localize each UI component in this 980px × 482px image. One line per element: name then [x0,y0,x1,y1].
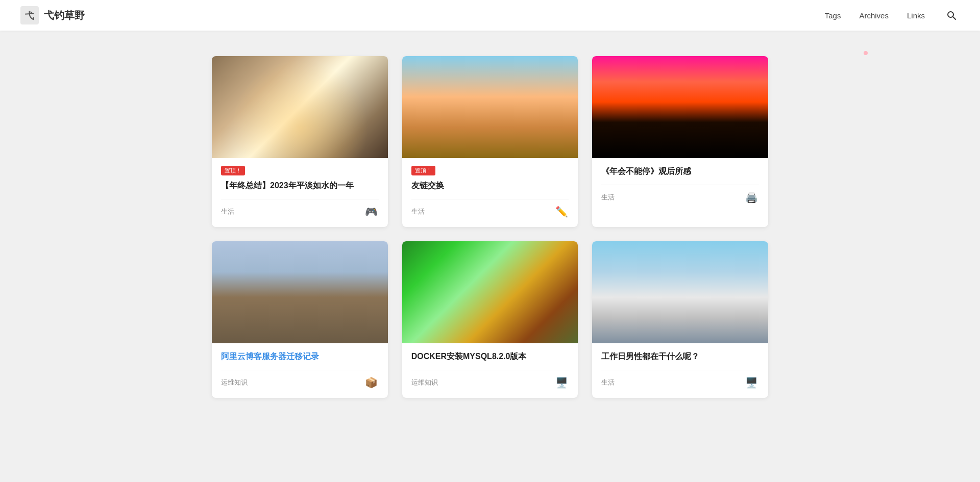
card-category: 生活 [411,207,425,216]
nav-archives-link[interactable]: Archives [859,11,889,20]
card-footer: 运维知识 🖥️ [411,370,569,390]
card-title-text: 《年会不能停》观后所感 [601,167,691,175]
card-icon: 🎮 [364,205,379,219]
card-5[interactable]: DOCKER安装MYSQL8.2.0版本 运维知识 🖥️ [402,241,578,398]
card-category: 运维知识 [411,378,438,387]
brand-name: 弋钓草野 [44,9,85,22]
main-content: 置顶！ 【年终总结】2023年平淡如水的一年 生活 🎮 置顶！ 友链交换 生活 … [202,31,778,428]
card-tag: 置顶！ [411,166,435,175]
card-tag: 置顶！ [221,166,245,175]
card-title-text: DOCKER安装MYSQL8.2.0版本 [411,352,527,361]
navbar-links: Tags Archives Links [825,7,960,23]
card-footer: 生活 🖥️ [601,370,759,390]
navbar: 弋 弋钓草野 Tags Archives Links [0,0,980,31]
card-title-text: 【年终总结】2023年平淡如水的一年 [221,181,354,190]
card-footer: 生活 ✏️ [411,199,569,219]
card-icon: ✏️ [554,205,569,219]
card-category: 运维知识 [221,378,248,387]
card-title-text: 友链交换 [411,181,444,190]
nav-links-link[interactable]: Links [907,11,925,20]
brand-link[interactable]: 弋 弋钓草野 [20,6,85,24]
card-title: 友链交换 [411,180,569,192]
search-button[interactable] [943,7,960,23]
card-icon: 📦 [364,375,379,390]
card-icon: 🖥️ [554,375,569,390]
card-title: DOCKER安装MYSQL8.2.0版本 [411,350,569,363]
card-body: 阿里云博客服务器迁移记录 运维知识 📦 [212,343,388,398]
decorative-dot [864,51,868,55]
card-title: 工作日男性都在干什么呢？ [601,350,759,363]
svg-text:弋: 弋 [25,11,34,21]
card-body: DOCKER安装MYSQL8.2.0版本 运维知识 🖥️ [402,343,578,398]
card-category: 生活 [601,378,615,387]
nav-tags-link[interactable]: Tags [825,11,841,20]
card-icon: 🖨️ [745,190,759,205]
card-body: 《年会不能停》观后所感 生活 🖨️ [592,158,768,213]
card-body: 置顶！ 友链交换 生活 ✏️ [402,158,578,227]
card-image [212,241,388,343]
card-title: 【年终总结】2023年平淡如水的一年 [221,180,379,192]
card-footer: 运维知识 📦 [221,370,379,390]
card-title-text: 工作日男性都在干什么呢？ [601,352,699,361]
card-3[interactable]: 《年会不能停》观后所感 生活 🖨️ [592,56,768,227]
card-footer: 生活 🎮 [221,199,379,219]
card-category: 生活 [601,193,615,202]
card-title: 《年会不能停》观后所感 [601,165,759,177]
svg-line-3 [953,17,955,19]
card-image [402,56,578,158]
card-image [592,56,768,158]
card-title: 阿里云博客服务器迁移记录 [221,350,379,363]
card-4[interactable]: 阿里云博客服务器迁移记录 运维知识 📦 [212,241,388,398]
card-image [592,241,768,343]
card-title-link[interactable]: 阿里云博客服务器迁移记录 [221,352,319,361]
card-6[interactable]: 工作日男性都在干什么呢？ 生活 🖥️ [592,241,768,398]
card-2[interactable]: 置顶！ 友链交换 生活 ✏️ [402,56,578,227]
card-category: 生活 [221,207,234,216]
card-footer: 生活 🖨️ [601,185,759,205]
card-1[interactable]: 置顶！ 【年终总结】2023年平淡如水的一年 生活 🎮 [212,56,388,227]
card-grid: 置顶！ 【年终总结】2023年平淡如水的一年 生活 🎮 置顶！ 友链交换 生活 … [212,56,768,398]
card-image [402,241,578,343]
card-body: 置顶！ 【年终总结】2023年平淡如水的一年 生活 🎮 [212,158,388,227]
card-body: 工作日男性都在干什么呢？ 生活 🖥️ [592,343,768,398]
card-image [212,56,388,158]
card-icon: 🖥️ [745,375,759,390]
brand-icon: 弋 [20,6,39,24]
